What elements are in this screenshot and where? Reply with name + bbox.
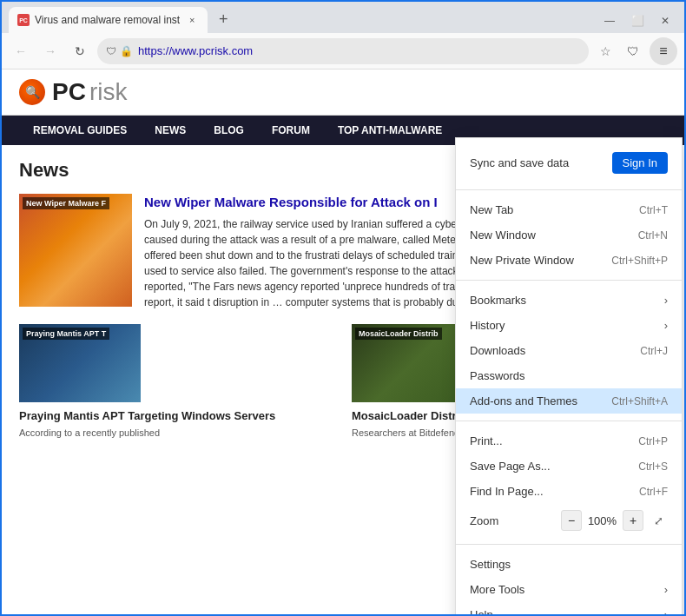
address-bar[interactable]: 🛡 🔒 https://www.pcrisk.com [97, 38, 589, 64]
logo-icon: 🔍 [19, 79, 45, 105]
menu-section-bookmarks: Bookmarks › History › Downloads Ctrl+J P… [456, 281, 682, 421]
lock-icon: 🔒 [120, 45, 133, 57]
logo-pc-text: PC [52, 78, 86, 106]
browser-dropdown-menu: Sync and save data Sign In New Tab Ctrl+… [455, 137, 683, 614]
menu-section-print: Print... Ctrl+P Save Page As... Ctrl+S F… [456, 421, 682, 545]
menu-item-print[interactable]: Print... Ctrl+P [456, 428, 682, 454]
menu-item-addons[interactable]: Add-ons and Themes Ctrl+Shift+A [456, 388, 682, 414]
praying-mantis-thumb: Praying Mantis APT T [19, 324, 141, 402]
nav-bar: ← → ↻ 🛡 🔒 https://www.pcrisk.com ☆ 🛡 ≡ [2, 33, 684, 70]
maximize-button[interactable]: ⬜ [625, 12, 650, 30]
menu-item-new-private-window[interactable]: New Private Window Ctrl+Shift+P [456, 248, 682, 273]
hamburger-menu-button[interactable]: ≡ [650, 37, 677, 65]
close-button[interactable]: ✕ [653, 12, 677, 30]
address-text: https://www.pcrisk.com [138, 44, 580, 57]
nav-top-anti-malware[interactable]: TOP ANTI-MALWARE [324, 116, 456, 145]
bookmark-star-button[interactable]: ☆ [594, 40, 617, 63]
mosaic-thumb-label: MosaicLoader Distrib [355, 328, 442, 340]
zoom-expand-button[interactable]: ⤢ [649, 511, 668, 530]
logo-search-icon: 🔍 [25, 85, 40, 99]
menu-item-find-in-page[interactable]: Find In Page... Ctrl+F [456, 479, 682, 504]
zoom-row: Zoom − 100% + ⤢ [456, 504, 682, 537]
security-icons: 🛡 🔒 [106, 45, 133, 57]
menu-item-save-page[interactable]: Save Page As... Ctrl+S [456, 454, 682, 479]
menu-item-settings[interactable]: Settings [456, 552, 682, 577]
browser-frame: PC Virus and malware removal inst × + — … [0, 0, 686, 616]
bottom-article-0-title[interactable]: Praying Mantis APT Targeting Windows Ser… [19, 409, 334, 424]
menu-item-bookmarks[interactable]: Bookmarks › [456, 288, 682, 313]
sync-label: Sync and save data [470, 156, 569, 169]
window-controls: — ⬜ ✕ [597, 12, 677, 30]
site-header: 🔍 PC risk [2, 70, 684, 116]
zoom-minus-button[interactable]: − [561, 510, 582, 531]
minimize-button[interactable]: — [597, 12, 622, 30]
bottom-article-0-body: According to a recently published [19, 427, 334, 440]
zoom-controls: − 100% + ⤢ [561, 510, 668, 531]
logo-risk-text: risk [89, 78, 128, 106]
menu-item-help[interactable]: Help › [456, 602, 682, 614]
tab-close-button[interactable]: × [185, 13, 199, 27]
menu-section-settings: Settings More Tools › Help › [456, 545, 682, 614]
nav-blog[interactable]: BLOG [200, 116, 258, 145]
praying-thumb-bg: Praying Mantis APT T [19, 324, 141, 402]
menu-item-more-tools[interactable]: More Tools › [456, 577, 682, 602]
tab-title: Virus and malware removal inst [35, 14, 180, 26]
menu-item-new-tab[interactable]: New Tab Ctrl+T [456, 197, 682, 222]
menu-item-new-window[interactable]: New Window Ctrl+N [456, 222, 682, 248]
refresh-button[interactable]: ↻ [68, 39, 92, 63]
tab-favicon: PC [17, 14, 30, 26]
menu-item-history[interactable]: History › [456, 313, 682, 338]
new-tab-button[interactable]: + [211, 7, 235, 31]
bottom-article-0: Praying Mantis APT T Praying Mantis APT … [19, 324, 334, 440]
page-content: 🔍 PC risk REMOVAL GUIDES NEWS BLOG FORUM… [2, 70, 684, 614]
main-article-thumbnail: New Wiper Malware F [19, 194, 132, 307]
sync-row: Sync and save data Sign In [456, 145, 682, 182]
active-tab[interactable]: PC Virus and malware removal inst × [9, 7, 208, 33]
menu-section-tabs: New Tab Ctrl+T New Window Ctrl+N New Pri… [456, 190, 682, 281]
wiper-thumb-bg: New Wiper Malware F [19, 194, 132, 307]
menu-item-passwords[interactable]: Passwords [456, 363, 682, 388]
sync-section: Sync and save data Sign In [456, 138, 682, 190]
nav-removal-guides[interactable]: REMOVAL GUIDES [19, 116, 141, 145]
menu-item-downloads[interactable]: Downloads Ctrl+J [456, 338, 682, 363]
zoom-plus-button[interactable]: + [623, 510, 643, 531]
praying-thumb-label: Praying Mantis APT T [23, 328, 109, 340]
shield-button[interactable]: 🛡 [622, 40, 644, 63]
nav-forum[interactable]: FORUM [258, 116, 324, 145]
wiper-thumb-label: New Wiper Malware F [23, 197, 109, 209]
tab-bar: PC Virus and malware removal inst × + — … [2, 2, 684, 33]
zoom-label: Zoom [470, 514, 498, 527]
shield-icon: 🛡 [106, 45, 116, 57]
sign-in-button[interactable]: Sign In [612, 152, 668, 174]
back-button[interactable]: ← [9, 39, 33, 63]
site-logo: 🔍 PC risk [19, 78, 127, 106]
zoom-value: 100% [587, 514, 617, 527]
nav-news[interactable]: NEWS [141, 116, 200, 145]
forward-button[interactable]: → [38, 39, 63, 63]
